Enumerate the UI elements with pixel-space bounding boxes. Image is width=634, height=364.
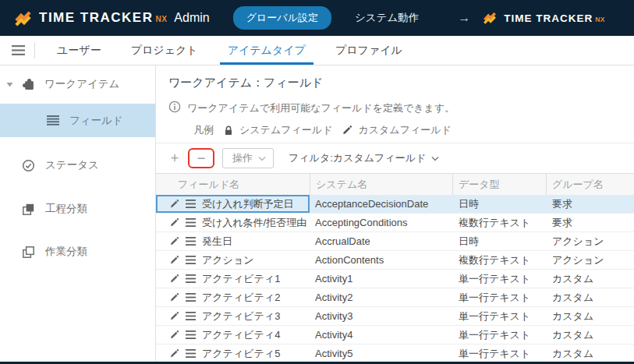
cell-system-name: Activity2	[310, 288, 452, 306]
table-row[interactable]: アクティビティ3 Activity3 単一行テキスト カスタム	[156, 307, 634, 326]
operation-dropdown-button[interactable]: 操作	[222, 148, 274, 168]
timetracker-logo-icon	[14, 9, 32, 27]
pencil-icon	[169, 311, 179, 321]
legend-system-field-label: システムフィールド	[239, 123, 332, 137]
brand2-title[interactable]: TIME TRACKER NX	[504, 12, 605, 24]
drag-handle-icon[interactable]	[186, 349, 196, 358]
legend-custom-field-label: カスタムフィールド	[358, 123, 451, 137]
pencil-icon	[169, 255, 179, 265]
pencil-icon	[169, 330, 179, 340]
chevron-down-icon	[431, 156, 439, 161]
lock-icon	[223, 125, 234, 136]
drag-handle-icon[interactable]	[186, 237, 196, 246]
fields-table: フィールド名 システム名 データ型 グループ名	[156, 173, 634, 362]
drag-handle-icon[interactable]	[186, 330, 196, 339]
pencil-icon	[169, 274, 179, 284]
table-row[interactable]: 発生日 AccrualDate 日時 アクション	[156, 232, 634, 251]
tab-item-types[interactable]: アイテムタイプ	[220, 36, 313, 65]
drag-handle-icon[interactable]	[186, 312, 196, 320]
field-name-text: 受け入れ判断予定日	[202, 197, 294, 211]
filter-label: フィルタ:カスタムフィールド	[289, 151, 426, 165]
tab-label: ユーザー	[57, 44, 101, 58]
add-button[interactable]: +	[165, 149, 184, 168]
cell-data-type: 単一行テキスト	[452, 288, 546, 306]
toolbar: + − 操作 フィルタ:カスタムフィールド	[156, 143, 634, 173]
arrow-right-icon: →	[458, 11, 470, 25]
field-name-text: アクティビティ1	[202, 272, 280, 286]
drag-handle-icon[interactable]	[186, 293, 196, 302]
cell-data-type: 複数行テキスト	[452, 214, 546, 231]
cell-field-name: アクティビティ3	[156, 307, 310, 325]
tabbar-divider	[34, 43, 35, 58]
cell-group-name: 要求	[546, 214, 634, 231]
table-row[interactable]: 受け入れ判断予定日 AcceptanceDecisionDate 日時 要求	[156, 195, 634, 214]
column-header-data-type: データ型	[452, 174, 546, 195]
cell-field-name: アクション	[156, 251, 310, 269]
pencil-icon	[169, 236, 179, 246]
cell-system-name: AcceptingConditions	[310, 214, 452, 231]
cell-group-name: カスタム	[546, 307, 634, 325]
drag-handle-icon[interactable]	[186, 256, 196, 264]
cell-group-name: カスタム	[546, 288, 634, 306]
tabbar: ユーザー プロジェクト アイテムタイプ プロファイル	[0, 36, 634, 65]
brand2-nx: NX	[595, 16, 605, 23]
remove-button[interactable]: −	[192, 149, 211, 168]
layers-outline-icon	[22, 246, 35, 259]
table-row[interactable]: アクティビティ1 Activity1 単一行テキスト カスタム	[156, 270, 634, 288]
drag-handle-icon[interactable]	[186, 200, 196, 208]
cell-group-name: 要求	[546, 195, 634, 213]
cell-group-name: カスタム	[546, 345, 634, 362]
table-header-row: フィールド名 システム名 データ型 グループ名	[156, 174, 634, 195]
cell-system-name: Activity5	[310, 345, 452, 362]
pencil-icon	[169, 199, 179, 209]
cell-field-name: アクティビティ1	[156, 270, 310, 288]
cell-data-type: 単一行テキスト	[452, 345, 546, 362]
collapse-triangle-icon[interactable]	[6, 82, 13, 87]
sidebar: ワークアイテム フィールド ステータス	[0, 65, 156, 362]
cell-system-name: ActionContents	[310, 251, 452, 269]
sidebar-item-fields[interactable]: フィールド	[0, 104, 155, 137]
sidebar-item-label: フィールド	[69, 114, 123, 128]
brand-title: TIME TRACKER NX Admin	[39, 10, 210, 26]
sidebar-item-workitem[interactable]: ワークアイテム	[0, 69, 155, 100]
drag-handle-icon[interactable]	[186, 274, 196, 283]
field-name-text: 受け入れ条件/拒否理由	[202, 216, 306, 230]
tab-projects[interactable]: プロジェクト	[123, 36, 206, 65]
cell-system-name: Activity4	[310, 326, 452, 344]
sidebar-item-label: ステータス	[45, 158, 99, 172]
cell-field-name: アクティビティ4	[156, 326, 310, 344]
main-header: ワークアイテム：フィールド ワークアイテムで利用可能なフィールドを定義できます。…	[156, 65, 634, 143]
main-content: ワークアイテム：フィールド ワークアイテムで利用可能なフィールドを定義できます。…	[156, 65, 634, 362]
remove-button-highlight-wrapper: −	[188, 148, 214, 168]
table-row[interactable]: 受け入れ条件/拒否理由 AcceptingConditions 複数行テキスト …	[156, 214, 634, 232]
sidebar-item-label: 工程分類	[45, 202, 87, 216]
table-row[interactable]: アクティビティ2 Activity2 単一行テキスト カスタム	[156, 288, 634, 307]
circle-check-icon	[22, 159, 35, 172]
field-name-text: アクション	[202, 253, 254, 267]
cell-data-type: 複数行テキスト	[452, 251, 546, 269]
puzzle-icon	[22, 78, 35, 91]
sidebar-item-process-category[interactable]: 工程分類	[0, 193, 155, 224]
cell-field-name: 発生日	[156, 232, 310, 250]
global-settings-button[interactable]: グローバル設定	[233, 6, 331, 30]
cell-field-name: 受け入れ判断予定日	[156, 195, 310, 213]
system-behavior-link[interactable]: システム動作	[355, 11, 419, 25]
sidebar-item-status[interactable]: ステータス	[0, 150, 155, 181]
filter-dropdown[interactable]: フィルタ:カスタムフィールド	[289, 151, 439, 165]
field-name-text: アクティビティ5	[202, 347, 280, 361]
field-name-text: 発生日	[202, 235, 232, 249]
table-body: 受け入れ判断予定日 AcceptanceDecisionDate 日時 要求	[156, 195, 634, 362]
menu-icon[interactable]	[12, 45, 25, 55]
cell-group-name: カスタム	[546, 326, 634, 344]
tab-label: プロジェクト	[131, 44, 198, 58]
column-header-system-name: システム名	[310, 174, 452, 195]
drag-handle-icon[interactable]	[186, 218, 196, 227]
table-row[interactable]: アクション ActionContents 複数行テキスト アクション	[156, 251, 634, 270]
sidebar-item-work-category[interactable]: 作業分類	[0, 236, 155, 267]
table-row[interactable]: アクティビティ5 Activity5 単一行テキスト カスタム	[156, 345, 634, 362]
page-title: ワークアイテム：フィールド	[168, 76, 622, 90]
tab-users[interactable]: ユーザー	[49, 36, 109, 65]
table-row[interactable]: アクティビティ4 Activity4 単一行テキスト カスタム	[156, 326, 634, 345]
brand-name: TIME TRACKER	[39, 10, 153, 26]
tab-profiles[interactable]: プロファイル	[328, 36, 410, 65]
